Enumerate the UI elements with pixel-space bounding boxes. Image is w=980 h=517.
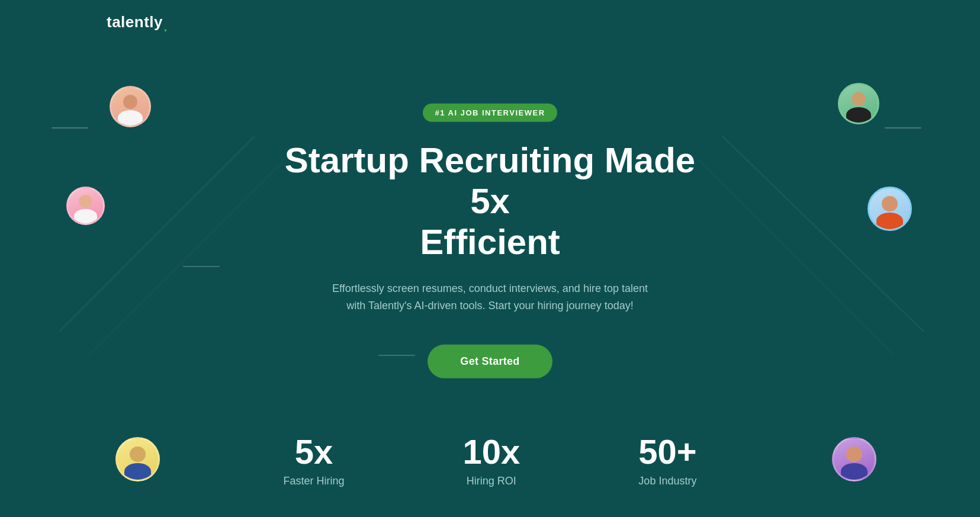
stat-faster-hiring: 5x Faster Hiring: [283, 435, 344, 487]
svg-line-3: [699, 160, 894, 355]
stat-number-faster-hiring: 5x: [295, 435, 333, 469]
stat-number-hiring-roi: 10x: [462, 435, 520, 469]
avatar-mid-left: [66, 187, 105, 225]
badge: #1 AI JOB INTERVIEWER: [423, 103, 557, 121]
avatar-bottom-right: [832, 437, 876, 481]
avatar-bottom-left: [115, 437, 160, 481]
svg-line-0: [59, 136, 255, 332]
get-started-button[interactable]: Get Started: [428, 345, 552, 378]
hero-subtitle: Effortlessly screen resumes, conduct int…: [283, 280, 698, 314]
hero-title: Startup Recruiting Made 5x Efficient: [283, 139, 698, 262]
stats-section: 5x Faster Hiring 10x Hiring ROI 50+ Job …: [283, 435, 696, 487]
avatar-top-left: [110, 86, 151, 127]
stat-label-job-industry: Job Industry: [638, 475, 696, 487]
hero-section: #1 AI JOB INTERVIEWER Startup Recruiting…: [283, 103, 698, 378]
stat-label-hiring-roi: Hiring ROI: [467, 475, 516, 487]
svg-line-1: [89, 160, 284, 355]
avatar-mid-right: [867, 187, 912, 231]
avatar-top-right: [838, 83, 879, 124]
stat-job-industry: 50+ Job Industry: [638, 435, 696, 487]
stat-number-job-industry: 50+: [638, 435, 696, 469]
svg-line-2: [722, 136, 924, 332]
logo-text: talently: [107, 13, 163, 31]
logo-dot: .: [163, 14, 168, 36]
stat-label-faster-hiring: Faster Hiring: [283, 475, 344, 487]
logo-header: talently.: [107, 13, 168, 31]
stat-hiring-roi: 10x Hiring ROI: [462, 435, 520, 487]
